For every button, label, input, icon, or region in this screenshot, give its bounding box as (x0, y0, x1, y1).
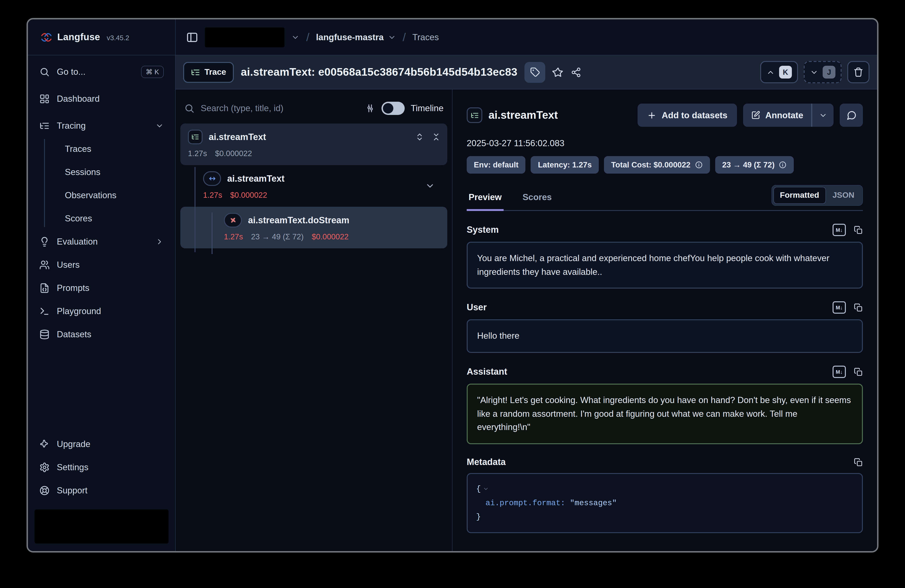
sidebar-item-upgrade[interactable]: Upgrade (35, 433, 168, 456)
copy-icon[interactable] (854, 303, 863, 312)
token-usage-badge[interactable]: 23 → 49 (Σ 72) (715, 156, 794, 174)
breadcrumb-separator: / (306, 30, 309, 44)
expand-all-icon[interactable] (415, 132, 424, 141)
markdown-toggle-icon[interactable]: M↓ (833, 224, 846, 236)
trace-timestamp: 2025-03-27 11:56:02.083 (467, 138, 863, 149)
delete-trace-button[interactable] (847, 61, 870, 83)
terminal-icon (39, 306, 50, 316)
list-tree-icon (191, 67, 200, 77)
tree-row-span[interactable]: ai.streamText 1.27s $0.000022 (180, 165, 447, 207)
metadata-json-box: { ai.prompt.format: "messages" } (467, 473, 863, 533)
section-title: System (467, 225, 499, 235)
sidebar-item-prompts[interactable]: Prompts (35, 276, 168, 300)
star-button[interactable] (553, 67, 564, 78)
format-json-option[interactable]: JSON (826, 187, 861, 204)
sparkle-icon (39, 439, 50, 449)
trace-badges: Env: default Latency: 1.27s Total Cost: … (467, 156, 863, 174)
annotate-dropdown-chevron[interactable] (812, 104, 834, 127)
sidebar-item-datasets[interactable]: Datasets (35, 323, 168, 346)
app-name: Langfuse (57, 32, 100, 43)
org-chevron-down-icon[interactable] (291, 33, 300, 41)
timeline-toggle-label: Timeline (411, 103, 443, 114)
breadcrumb-bar: / langfuse-mastra / Traces (176, 19, 877, 55)
tree-guide-line (195, 167, 195, 252)
sidebar-item-evaluation[interactable]: Evaluation (35, 230, 168, 253)
observation-duration: 1.27s (224, 232, 243, 241)
trace-header-bar: Trace ai.streamText: e00568a15c38674b56b… (176, 55, 877, 89)
tree-search-input[interactable] (201, 103, 359, 114)
json-collapse-chevron-icon[interactable] (483, 486, 489, 492)
timeline-toggle[interactable] (381, 102, 405, 115)
total-cost-badge[interactable]: Total Cost: $0.000022 (604, 156, 710, 174)
redacted-user-account[interactable] (35, 509, 168, 544)
sidebar-item-users[interactable]: Users (35, 253, 168, 276)
list-tree-icon (39, 120, 50, 131)
tracing-chevron-down-icon (155, 121, 164, 130)
sidebar-toggle-button[interactable] (186, 31, 198, 43)
collapse-all-icon[interactable] (432, 132, 441, 141)
submenu-guide-line (44, 139, 45, 227)
evaluation-chevron-right-icon (155, 237, 164, 246)
trace-icon-badge (188, 130, 203, 144)
collapse-span-chevron-icon[interactable] (425, 181, 435, 191)
app-version: v3.45.2 (107, 34, 129, 41)
sidebar-item-tracing[interactable]: Tracing (35, 114, 168, 137)
span-icon-badge (203, 171, 221, 186)
copy-icon[interactable] (854, 367, 863, 376)
filter-sliders-icon[interactable] (365, 103, 375, 114)
observation-name: ai.streamText.doStream (248, 215, 349, 225)
annotate-button[interactable]: Annotate (743, 104, 811, 127)
file-json-icon (39, 283, 50, 293)
add-to-datasets-button[interactable]: Add to datasets (638, 104, 737, 127)
trace-title: ai.streamText: e00568a15c38674b56b145d54… (241, 66, 518, 79)
comments-button[interactable] (840, 104, 863, 127)
observation-tokens: 23 → 49 (Σ 72) (251, 232, 304, 241)
tag-button[interactable] (524, 62, 545, 82)
info-icon (695, 161, 703, 169)
database-icon (39, 329, 50, 339)
previous-trace-button[interactable]: K (760, 61, 798, 83)
tree-row-trace-root[interactable]: ai.streamText (180, 124, 447, 165)
lightbulb-icon (39, 236, 50, 247)
observation-name: ai.streamText (227, 173, 284, 184)
sidebar-item-settings[interactable]: Settings (35, 456, 168, 479)
observation-cost: $0.000022 (215, 149, 252, 158)
json-open-brace: { (476, 484, 481, 493)
tab-scores[interactable]: Scores (521, 189, 554, 210)
project-chevron-down-icon (387, 33, 396, 41)
observation-duration: 1.27s (188, 149, 207, 158)
annotate-split-button: Annotate (743, 104, 834, 127)
dashboard-icon (39, 94, 50, 104)
sidebar-item-scores[interactable]: Scores (35, 207, 168, 230)
tab-preview[interactable]: Preview (467, 189, 503, 210)
tree-row-generation[interactable]: ai.streamText.doStream 1.27s 23 → 49 (Σ … (180, 207, 447, 248)
sidebar-item-support[interactable]: Support (35, 479, 168, 502)
search-icon (184, 103, 195, 114)
sidebar-item-observations[interactable]: Observations (35, 184, 168, 207)
copy-icon[interactable] (854, 225, 863, 235)
next-trace-button[interactable]: J (804, 61, 841, 83)
sidebar-item-goto[interactable]: Go to... ⌘ K (35, 60, 168, 83)
breadcrumb-project[interactable]: langfuse-mastra (316, 32, 396, 42)
observation-cost: $0.000022 (312, 232, 349, 241)
generation-icon-badge (224, 213, 242, 228)
redacted-organization-name[interactable] (205, 27, 284, 47)
sidebar-item-playground[interactable]: Playground (35, 300, 168, 323)
system-message-box: You are Michel, a practical and experien… (467, 242, 863, 289)
user-message-box: Hello there (467, 320, 863, 353)
metadata-section-header: Metadata (467, 457, 863, 468)
section-title: Assistant (467, 367, 507, 377)
markdown-toggle-icon[interactable]: M↓ (833, 366, 846, 378)
sidebar-item-sessions[interactable]: Sessions (35, 160, 168, 184)
observation-duration: 1.27s (203, 191, 222, 200)
format-formatted-option[interactable]: Formatted (773, 187, 826, 204)
copy-icon[interactable] (854, 458, 863, 467)
tree-guide-line (211, 212, 213, 254)
users-icon (39, 260, 50, 270)
share-button[interactable] (571, 67, 581, 77)
sidebar-item-traces[interactable]: Traces (35, 137, 168, 160)
sidebar-footer: Upgrade Settings Support (35, 433, 168, 544)
section-title: User (467, 303, 487, 313)
sidebar-item-dashboard[interactable]: Dashboard (35, 87, 168, 110)
markdown-toggle-icon[interactable]: M↓ (833, 301, 846, 314)
